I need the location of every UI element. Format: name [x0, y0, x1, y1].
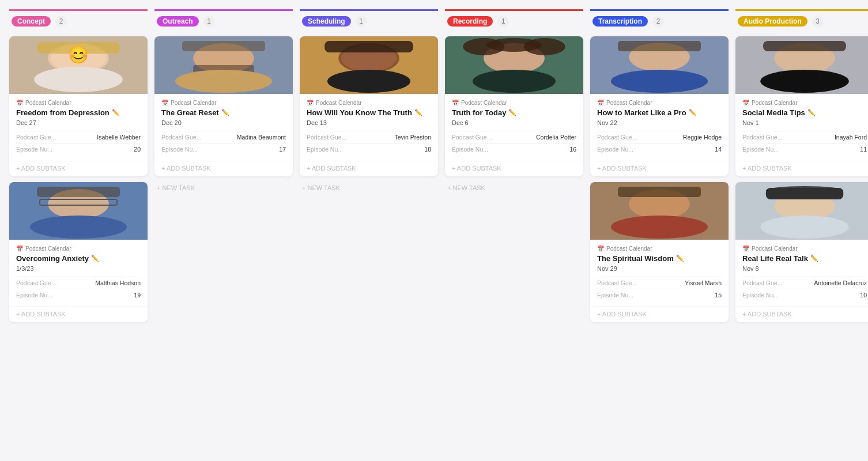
column-tag-outreach[interactable]: Outreach — [157, 16, 199, 27]
column-header-audio-production: Audio Production3 — [735, 9, 868, 31]
card-calendar-label: 📅Podcast Calendar — [452, 100, 576, 106]
card[interactable]: 📅Podcast CalendarSocial Media Tips✏️Nov … — [735, 36, 868, 176]
add-subtask-button[interactable]: + ADD SUBTASK — [9, 307, 148, 322]
new-task-button[interactable]: + NEW TASK — [445, 182, 583, 194]
card[interactable]: 📅Podcast CalendarThe Spiritual Wisdom✏️N… — [590, 182, 729, 322]
card-body: 📅Podcast CalendarFreedom from Depression… — [9, 94, 148, 161]
calendar-icon: 📅 — [161, 100, 168, 106]
episode-value: 16 — [569, 146, 576, 153]
card-body: 📅Podcast CalendarThe Great Reset✏️Dec 20… — [154, 94, 293, 161]
card-date: 1/3/23 — [16, 265, 141, 272]
card-guest-field: Podcast Gue...Matthias Hodson — [16, 277, 141, 289]
episode-label: Episode Nu... — [16, 146, 52, 153]
card-photo — [9, 182, 148, 240]
card-guest-field: Podcast Gue...Tevin Preston — [307, 131, 431, 143]
edit-icon[interactable]: ✏️ — [112, 109, 120, 116]
guest-value: Inayah Ford — [835, 134, 867, 141]
card-episode-field: Episode Nu...11 — [742, 143, 867, 155]
card-title: Social Media Tips✏️ — [742, 108, 867, 117]
svg-point-25 — [486, 38, 542, 52]
svg-point-30 — [611, 70, 708, 93]
card-body: 📅Podcast CalendarThe Spiritual Wisdom✏️N… — [590, 240, 729, 307]
svg-rect-29 — [618, 41, 701, 51]
episode-value: 18 — [424, 146, 431, 153]
svg-point-34 — [611, 216, 708, 239]
card-calendar-label: 📅Podcast Calendar — [16, 100, 141, 106]
add-subtask-button[interactable]: + ADD SUBTASK — [590, 307, 729, 322]
column-concept: Concept2 😊 📅Podcast CalendarFreedom from… — [9, 9, 148, 322]
edit-icon[interactable]: ✏️ — [810, 255, 818, 262]
card-calendar-label: 📅Podcast Calendar — [597, 245, 722, 252]
card[interactable]: 📅Podcast CalendarReal Life Real Talk✏️No… — [735, 182, 868, 322]
episode-label: Episode Nu... — [161, 146, 198, 153]
card-body: 📅Podcast CalendarTruth for Today✏️Dec 6P… — [445, 94, 583, 161]
column-tag-transcription[interactable]: Transcription — [592, 16, 648, 27]
card-guest-field: Podcast Gue...Inayah Ford — [742, 131, 867, 143]
column-tag-concept[interactable]: Concept — [12, 16, 51, 27]
card-date: Nov 22 — [597, 119, 722, 126]
guest-value: Reggie Hodge — [683, 134, 722, 141]
guest-label: Podcast Gue... — [742, 134, 782, 141]
card[interactable]: 📅Podcast CalendarOvercoming Anxiety✏️1/3… — [9, 182, 148, 322]
card[interactable]: 😊 📅Podcast CalendarFreedom from Depressi… — [9, 36, 148, 176]
svg-point-4 — [34, 67, 123, 92]
card-episode-field: Episode Nu...16 — [452, 143, 576, 155]
add-subtask-button[interactable]: + ADD SUBTASK — [300, 161, 438, 176]
card-photo — [590, 36, 729, 94]
card-episode-field: Episode Nu...20 — [16, 143, 141, 155]
svg-rect-9 — [37, 187, 120, 197]
cards-container-scheduling: 📅Podcast CalendarHow Will You Know The T… — [300, 36, 438, 176]
svg-text:😊: 😊 — [68, 45, 89, 65]
add-subtask-button[interactable]: + ADD SUBTASK — [154, 161, 293, 176]
card-guest-field: Podcast Gue...Reggie Hodge — [597, 131, 722, 143]
card-date: Dec 20 — [161, 119, 286, 126]
card-photo — [590, 182, 729, 240]
column-tag-recording[interactable]: Recording — [447, 16, 493, 27]
card-body: 📅Podcast CalendarHow Will You Know The T… — [300, 94, 438, 161]
card[interactable]: 📅Podcast CalendarHow to Market Like a Pr… — [590, 36, 729, 176]
card[interactable]: 📅Podcast CalendarHow Will You Know The T… — [300, 36, 438, 176]
edit-icon[interactable]: ✏️ — [508, 109, 516, 116]
edit-icon[interactable]: ✏️ — [689, 109, 697, 116]
card-body: 📅Podcast CalendarReal Life Real Talk✏️No… — [735, 240, 868, 307]
cards-container-recording: 📅Podcast CalendarTruth for Today✏️Dec 6P… — [445, 36, 583, 176]
column-count-audio-production: 3 — [812, 16, 824, 27]
card-title: Truth for Today✏️ — [452, 108, 576, 117]
episode-value: 15 — [715, 292, 722, 298]
edit-icon[interactable]: ✏️ — [676, 255, 684, 262]
card-date: Dec 6 — [452, 119, 576, 126]
add-subtask-button[interactable]: + ADD SUBTASK — [445, 161, 583, 176]
edit-icon[interactable]: ✏️ — [91, 255, 99, 262]
card-guest-field: Podcast Gue...Cordelia Potter — [452, 131, 576, 143]
column-tag-audio-production[interactable]: Audio Production — [738, 16, 807, 27]
add-subtask-button[interactable]: + ADD SUBTASK — [590, 161, 729, 176]
new-task-button[interactable]: + NEW TASK — [154, 182, 293, 194]
card-title: Freedom from Depression✏️ — [16, 108, 141, 117]
cards-container-audio-production: 📅Podcast CalendarSocial Media Tips✏️Nov … — [735, 36, 868, 322]
episode-label: Episode Nu... — [16, 292, 52, 298]
edit-icon[interactable]: ✏️ — [221, 109, 229, 116]
card-episode-field: Episode Nu...17 — [161, 143, 286, 155]
add-subtask-button[interactable]: + ADD SUBTASK — [9, 161, 148, 176]
episode-label: Episode Nu... — [452, 146, 488, 153]
edit-icon[interactable]: ✏️ — [414, 109, 422, 116]
card-date: Dec 13 — [307, 119, 431, 126]
column-header-recording: Recording1 — [445, 9, 583, 31]
card-photo: 😊 — [9, 36, 148, 94]
column-scheduling: Scheduling1 📅Podcast CalendarHow Will Yo… — [300, 9, 438, 322]
column-count-transcription: 2 — [652, 16, 664, 27]
column-count-recording: 1 — [497, 16, 509, 27]
column-tag-scheduling[interactable]: Scheduling — [302, 16, 351, 27]
card[interactable]: 📅Podcast CalendarTruth for Today✏️Dec 6P… — [445, 36, 583, 176]
add-subtask-button[interactable]: + ADD SUBTASK — [735, 161, 868, 176]
cards-container-transcription: 📅Podcast CalendarHow to Market Like a Pr… — [590, 36, 729, 322]
new-task-button[interactable]: + NEW TASK — [300, 182, 438, 194]
column-count-scheduling: 1 — [356, 16, 367, 27]
card-photo — [154, 36, 293, 94]
edit-icon[interactable]: ✏️ — [807, 109, 816, 116]
add-subtask-button[interactable]: + ADD SUBTASK — [735, 307, 868, 322]
card-episode-field: Episode Nu...14 — [597, 143, 722, 155]
episode-value: 14 — [715, 146, 722, 153]
card[interactable]: 📅Podcast CalendarThe Great Reset✏️Dec 20… — [154, 36, 293, 176]
calendar-icon: 📅 — [16, 245, 23, 252]
